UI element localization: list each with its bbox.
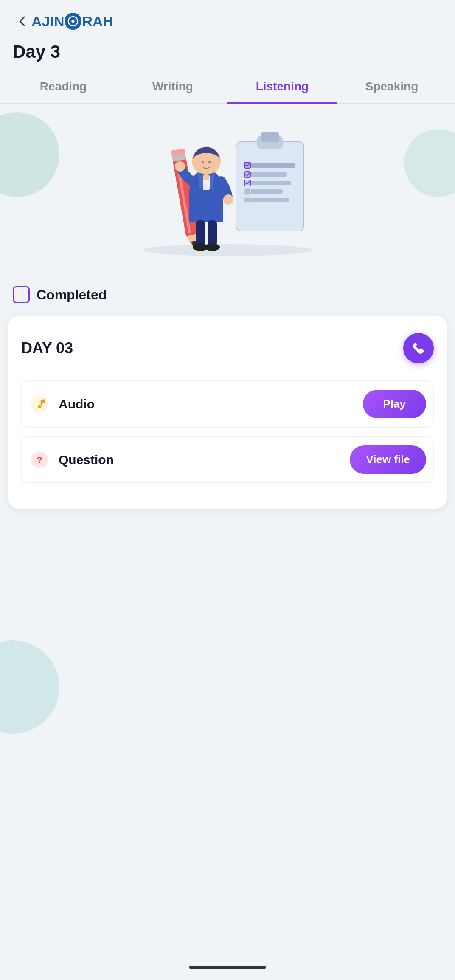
svg-rect-30 bbox=[196, 220, 205, 246]
bottom-bar bbox=[0, 955, 455, 980]
bg-circle-right bbox=[404, 129, 455, 197]
back-button[interactable] bbox=[13, 12, 31, 31]
completed-label: Completed bbox=[37, 287, 107, 303]
svg-point-34 bbox=[31, 396, 48, 413]
logo-icon bbox=[65, 13, 81, 30]
tab-listening[interactable]: Listening bbox=[228, 70, 337, 103]
question-label: Question bbox=[59, 453, 114, 467]
content-card: DAY 03 Audio Play bbox=[8, 316, 447, 509]
header: AJIN RAH bbox=[0, 0, 455, 37]
audio-icon bbox=[29, 394, 50, 415]
logo: AJIN RAH bbox=[31, 13, 113, 30]
svg-point-24 bbox=[202, 161, 204, 163]
svg-point-33 bbox=[205, 243, 220, 251]
tab-reading[interactable]: Reading bbox=[8, 70, 118, 103]
svg-point-28 bbox=[175, 161, 185, 172]
svg-rect-11 bbox=[244, 198, 289, 202]
tab-speaking[interactable]: Speaking bbox=[337, 70, 447, 103]
view-file-button[interactable]: View file bbox=[350, 445, 426, 474]
question-row: ? Question View file bbox=[21, 436, 434, 483]
svg-point-35 bbox=[38, 405, 41, 408]
tabs-nav: Reading Writing Listening Speaking bbox=[0, 70, 455, 104]
completed-section: Completed bbox=[0, 273, 455, 312]
audio-left: Audio bbox=[29, 394, 95, 415]
card-header: DAY 03 bbox=[21, 333, 434, 363]
svg-rect-9 bbox=[244, 181, 291, 185]
svg-point-25 bbox=[208, 161, 211, 163]
question-left: ? Question bbox=[29, 449, 114, 470]
play-button[interactable]: Play bbox=[363, 390, 427, 418]
tab-writing[interactable]: Writing bbox=[118, 70, 228, 103]
page-title: Day 3 bbox=[0, 37, 455, 70]
audio-label: Audio bbox=[59, 397, 95, 411]
illustration-area bbox=[0, 104, 455, 273]
home-indicator bbox=[189, 966, 266, 969]
illustration bbox=[121, 116, 334, 261]
svg-point-2 bbox=[143, 244, 312, 256]
svg-rect-7 bbox=[244, 163, 295, 168]
completed-checkbox[interactable] bbox=[13, 286, 30, 303]
audio-row: Audio Play bbox=[21, 380, 434, 428]
bg-circle-left bbox=[0, 112, 59, 197]
phone-button[interactable] bbox=[403, 333, 434, 363]
phone-icon bbox=[411, 341, 426, 356]
svg-point-1 bbox=[72, 20, 74, 23]
bottom-bg-circle bbox=[0, 640, 59, 734]
svg-rect-27 bbox=[203, 175, 209, 180]
card-day-label: DAY 03 bbox=[21, 339, 73, 357]
logo-text-part1: AJIN bbox=[31, 13, 64, 30]
svg-text:?: ? bbox=[37, 455, 42, 465]
logo-text-part2: RAH bbox=[82, 13, 113, 30]
question-icon: ? bbox=[29, 449, 50, 470]
svg-rect-6 bbox=[261, 132, 279, 142]
svg-point-29 bbox=[223, 194, 233, 205]
svg-rect-31 bbox=[208, 220, 217, 246]
